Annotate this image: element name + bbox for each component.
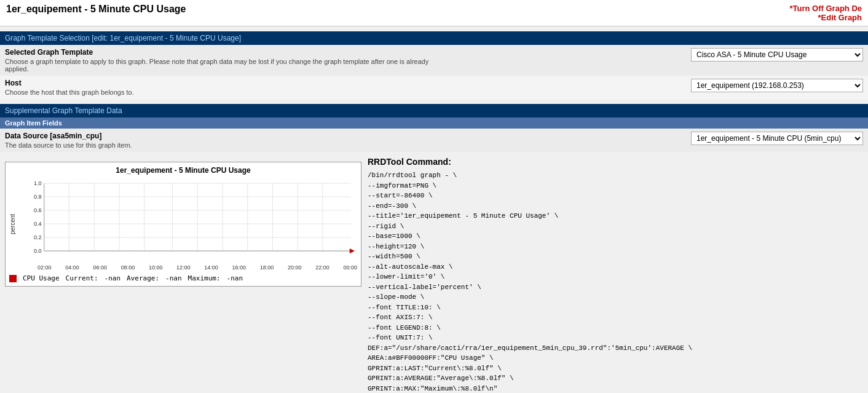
legend-color-box: [9, 275, 17, 282]
host-label: Host: [5, 79, 22, 87]
rrd-panel: RRDTool Command: /bin/rrdtool graph - \ …: [368, 157, 863, 393]
graph-x-labels: 02:00 04:00 06:00 08:00 10:00 12:00 14:0…: [37, 264, 357, 271]
graph-template-section-header: Graph Template Selection [edit: 1er_equi…: [0, 31, 868, 45]
legend-maximum-val: -nan: [227, 274, 243, 282]
host-desc: Choose the host that this graph belongs …: [5, 89, 429, 96]
data-source-label: Data Source [asa5min_cpu]: [5, 132, 101, 140]
main-content: 1er_equipement - 5 Minute CPU Usage perc…: [0, 152, 868, 393]
legend-current-val: -nan: [105, 274, 121, 282]
svg-text:0.2: 0.2: [34, 234, 42, 240]
template-select-cell: Cisco ASA - 5 Minute CPU Usage: [434, 45, 868, 76]
data-source-select-cell: 1er_equipement - 5 Minute CPU (5min_cpu): [434, 129, 868, 152]
rrd-command-title: RRDTool Command:: [368, 157, 863, 167]
page-title: 1er_equipement - 5 Minute CPU Usage: [6, 4, 186, 15]
graph-svg: 1.0 0.8 0.6 0.4 0.2 0.0: [19, 177, 357, 263]
graph-inner: 1.0 0.8 0.6 0.4 0.2 0.0: [19, 177, 357, 271]
host-label-cell: Host Choose the host that this graph bel…: [0, 76, 434, 99]
turn-off-graph-link[interactable]: *Turn Off Graph De: [790, 4, 862, 13]
graph-panel: 1er_equipement - 5 Minute CPU Usage perc…: [5, 157, 361, 393]
graph-y-label: percent: [9, 177, 18, 271]
legend-maximum-label: Maximum:: [188, 274, 221, 282]
svg-text:0.8: 0.8: [34, 194, 42, 200]
edit-graph-link[interactable]: *Edit Graph: [790, 13, 862, 22]
top-bar-links: *Turn Off Graph De *Edit Graph: [790, 4, 862, 22]
selected-template-desc: Choose a graph template to apply to this…: [5, 58, 429, 73]
host-select[interactable]: 1er_equipement (192.168.0.253): [691, 79, 863, 92]
svg-text:1.0: 1.0: [34, 180, 42, 186]
legend-average-label: Average:: [127, 274, 159, 282]
selected-template-label-cell: Selected Graph Template Choose a graph t…: [0, 45, 434, 76]
supplemental-section-header: Supplemental Graph Template Data: [0, 104, 868, 117]
svg-text:0.0: 0.0: [34, 248, 42, 254]
rrd-command-text: /bin/rrdtool graph - \ --imgformat=PNG \…: [368, 170, 863, 393]
graph-legend: CPU Usage Current: -nan Average: -nan Ma…: [9, 274, 357, 282]
svg-marker-8: [350, 248, 355, 253]
data-source-desc: The data source to use for this graph it…: [5, 141, 429, 149]
svg-text:0.6: 0.6: [34, 207, 42, 213]
selected-template-label: Selected Graph Template: [5, 48, 93, 57]
data-source-label-cell: Data Source [asa5min_cpu] The data sourc…: [0, 129, 434, 152]
graph-container: 1er_equipement - 5 Minute CPU Usage perc…: [5, 162, 361, 287]
host-select-cell: 1er_equipement (192.168.0.253): [434, 76, 868, 99]
template-select[interactable]: Cisco ASA - 5 Minute CPU Usage: [691, 48, 863, 62]
svg-text:0.4: 0.4: [34, 221, 42, 227]
legend-cpu-label: CPU Usage: [23, 274, 60, 282]
legend-current-label: Current:: [66, 274, 98, 282]
graph-title: 1er_equipement - 5 Minute CPU Usage: [9, 166, 357, 175]
graph-item-fields-header: Graph Item Fields: [0, 117, 868, 129]
graph-template-form: Selected Graph Template Choose a graph t…: [0, 45, 868, 99]
supplemental-form: Data Source [asa5min_cpu] The data sourc…: [0, 129, 868, 152]
legend-average-val: -nan: [165, 274, 182, 282]
graph-area: percent: [9, 177, 357, 271]
top-bar: 1er_equipement - 5 Minute CPU Usage *Tur…: [0, 0, 868, 26]
data-source-select[interactable]: 1er_equipement - 5 Minute CPU (5min_cpu): [691, 132, 863, 145]
